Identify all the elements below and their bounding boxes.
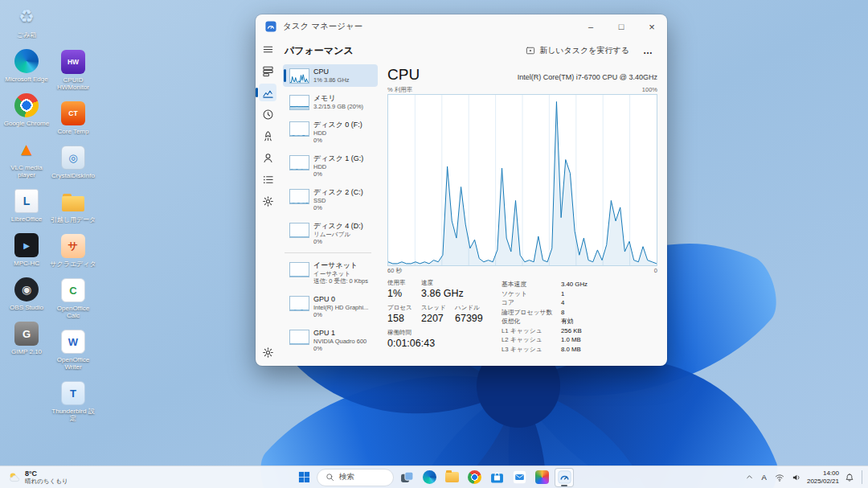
close-button[interactable]: × [637, 14, 667, 39]
weather-text: 8°C 晴れのちくもり [25, 470, 68, 485]
taskbar-mail-icon[interactable] [510, 468, 529, 487]
taskbar-task-view-icon[interactable] [397, 468, 416, 487]
nav-menu-button[interactable] [259, 40, 276, 58]
nav-startup-apps-tab[interactable] [259, 127, 276, 145]
obs-icon: ◉ [14, 277, 39, 301]
coretemp-icon: CT [61, 101, 85, 125]
desktop-icon-label: VLC media player [3, 164, 50, 178]
weather-widget[interactable]: 8°C 晴れのちくもり [2, 466, 75, 488]
tray-time: 14:00 [807, 470, 839, 478]
cpu-spec-label: コア [502, 298, 561, 308]
network-icon[interactable] [773, 471, 786, 484]
cpu-stat: スレッド2207 [421, 304, 453, 324]
nav-settings-button[interactable] [259, 343, 276, 361]
perf-item-cpu[interactable]: CPU1% 3.86 GHz [283, 64, 378, 87]
perf-item-disk-0[interactable]: ディスク 0 (F:)HDD0% [283, 117, 378, 147]
desktop-icon-edge[interactable]: Microsoft Edge [3, 49, 50, 83]
desktop-icon-label: CPUID HWMonitor [50, 76, 96, 91]
minimize-button[interactable]: – [575, 14, 606, 39]
perf-item-disk-2[interactable]: ディスク 2 (C:)SSD0% [283, 185, 378, 215]
taskbar-folder-icon[interactable] [442, 468, 461, 487]
chart-ylabel: % 利用率 [387, 86, 412, 94]
desktop-icon-vlc[interactable]: ▲VLC media player [3, 137, 50, 178]
desktop-icon-coretemp[interactable]: CTCore Temp [50, 101, 96, 135]
desktop-icon-thunderbird[interactable]: TThunderbird 設定 [50, 381, 96, 422]
chart-xmin-label: 60 秒 [387, 267, 402, 275]
perf-item-text: GPU 0Intel(R) HD Graphi...0% [313, 295, 368, 318]
perf-item-disk-4[interactable]: ディスク 4 (D:)リムーバブル0% [283, 219, 378, 248]
desktop: ♻ごみ箱Microsoft EdgeGoogle Chrome▲VLC medi… [0, 0, 868, 488]
cpu-spec-row: 仮想化有効 [502, 317, 657, 326]
desktop-icon-ooc[interactable]: COpenOffice Calc [50, 278, 96, 319]
cpu-spec-label: 論理プロセッサ数 [502, 308, 561, 318]
tray-date: 2025/02/21 [807, 478, 839, 486]
cpu-stat: 速度3.86 GHz [421, 279, 453, 299]
taskbar-chrome-icon[interactable] [465, 468, 484, 487]
more-options-button[interactable]: … [638, 45, 657, 56]
perf-item-sub: 0% [313, 137, 362, 144]
taskbar-store-icon[interactable] [487, 468, 506, 487]
folder-icon [61, 190, 85, 214]
tray-clock[interactable]: 14:00 2025/02/21 [807, 470, 839, 485]
desktop-icon-recycle[interactable]: ♻ごみ箱 [3, 5, 50, 39]
perf-item-text: ディスク 2 (C:)SSD0% [313, 188, 363, 211]
nav-app-history-tab[interactable] [259, 105, 276, 123]
ime-indicator[interactable]: A [760, 471, 769, 483]
desktop-icon-sakura[interactable]: ササクラエディタ [50, 234, 96, 268]
taskbar-search[interactable]: 検索 [317, 469, 394, 486]
desktop-icon-label: MPC-HC [3, 260, 50, 267]
oow-icon: W [61, 330, 85, 354]
perf-item-gpu-1[interactable]: GPU 1NVIDIA Quadro 6000% [283, 326, 378, 355]
taskbar: 8°C 晴れのちくもり 検索 A 14:00 2025/02/21 [0, 465, 868, 488]
perf-thumb-disk-1 [289, 155, 309, 170]
maximize-button[interactable]: □ [606, 14, 637, 39]
gimp-icon: G [14, 322, 39, 346]
nav-details-tab[interactable] [259, 170, 276, 188]
show-desktop-button[interactable] [862, 470, 865, 483]
start-button[interactable] [294, 468, 313, 487]
run-task-icon [526, 46, 535, 55]
cpu-spec-row: 論理プロセッサ数8 [502, 308, 657, 318]
volume-icon[interactable] [790, 471, 803, 484]
uptime-value: 0:01:06:43 [387, 338, 493, 349]
nav-processes-tab[interactable] [259, 62, 276, 80]
window-body: パフォーマンス 新しいタスクを実行する … CPU1% 3.86 GHzメモリ3… [256, 39, 667, 366]
desktop-icon-folder[interactable]: 引越し用データ [50, 190, 96, 223]
desktop-icon-label: OpenOffice Calc [50, 305, 96, 319]
run-new-task-button[interactable]: 新しいタスクを実行する [520, 43, 635, 59]
perf-item-gpu-0[interactable]: GPU 0Intel(R) HD Graphi...0% [283, 292, 378, 322]
taskbar-photos-icon[interactable] [532, 468, 551, 487]
desktop-icon-hwmonitor[interactable]: HWCPUID HWMonitor [50, 50, 96, 91]
tray-chevron-up-icon[interactable] [743, 471, 755, 483]
cpu-stat-value: 2207 [421, 313, 453, 324]
perf-item-sub: 0% [313, 345, 366, 352]
taskbar-task-manager-button[interactable] [555, 468, 574, 487]
vlc-icon: ▲ [14, 137, 39, 162]
perf-item-text: ディスク 4 (D:)リムーバブル0% [313, 222, 363, 245]
desktop-icon-libre[interactable]: LLibreOffice [3, 189, 50, 223]
system-tray: A 14:00 2025/02/21 [743, 466, 866, 488]
cpu-stat-label: スレッド [421, 304, 453, 312]
cpu-spec-value: 8 [561, 308, 564, 318]
nav-performance-tab[interactable] [259, 84, 276, 101]
desktop-icon-diskinfo[interactable]: ◎CrystalDiskInfo [50, 146, 96, 179]
nav-users-tab[interactable] [259, 149, 276, 166]
taskbar-edge-icon[interactable] [420, 468, 439, 487]
desktop-icon-gimp[interactable]: GGIMP 2.10 [3, 322, 50, 355]
notification-bell-icon[interactable] [843, 471, 856, 484]
desktop-icon-obs[interactable]: ◉OBS Studio [3, 277, 50, 311]
perf-item-ethernet[interactable]: イーサネットイーサネット送信: 0 受信: 0 Kbps [283, 258, 378, 288]
desktop-icon-mpc[interactable]: ▶MPC-HC [3, 233, 50, 267]
perf-item-disk-1[interactable]: ディスク 1 (G:)HDD0% [283, 151, 378, 181]
weather-temp: 8°C [25, 470, 68, 478]
cpu-stat-value: 158 [387, 313, 420, 324]
titlebar[interactable]: タスク マネージャー – □ × [256, 14, 667, 39]
desktop-icon-oow[interactable]: WOpenOffice Writer [50, 330, 96, 371]
desktop-icon-chrome[interactable]: Google Chrome [3, 93, 50, 127]
cpu-spec-label: L3 キャッシュ [502, 345, 561, 355]
chrome-icon [14, 93, 39, 117]
nav-services-tab[interactable] [259, 192, 276, 210]
perf-item-memory[interactable]: メモリ3.2/15.9 GB (20%) [283, 91, 378, 113]
cpu-stat: ハンドル67399 [455, 304, 487, 324]
perf-item-sub: NVIDIA Quadro 600 [313, 338, 366, 345]
